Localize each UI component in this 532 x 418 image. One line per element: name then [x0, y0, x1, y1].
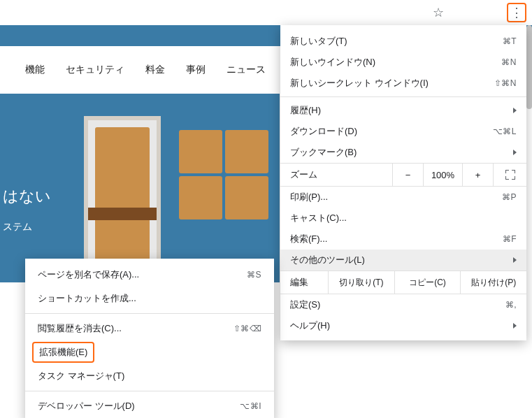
- menu-label: ダウンロード(D): [290, 125, 357, 138]
- nav-item[interactable]: 機能: [25, 64, 45, 76]
- chevron-right-icon: [513, 257, 517, 263]
- chevron-right-icon: [513, 108, 517, 113]
- submenu-item-create-shortcut[interactable]: ショートカットを作成...: [25, 287, 274, 310]
- submenu-item-dev-tools[interactable]: デベロッパー ツール(D) ⌥⌘I: [25, 394, 274, 418]
- menu-item-new-incognito[interactable]: 新しいシークレット ウインドウ(I) ⇧⌘N: [280, 73, 526, 94]
- zoom-value: 100%: [423, 164, 462, 186]
- menu-item-new-tab[interactable]: 新しいタブ(T) ⌘T: [280, 31, 526, 52]
- paste-button[interactable]: 貼り付け(P): [460, 271, 526, 294]
- shortcut-text: ⌘N: [501, 57, 517, 67]
- menu-item-zoom: ズーム − 100% +: [280, 163, 526, 187]
- menu-item-bookmarks[interactable]: ブックマーク(B): [280, 142, 526, 163]
- menu-label: 印刷(P)...: [290, 191, 328, 203]
- cut-button[interactable]: 切り取り(T): [328, 271, 394, 294]
- chevron-right-icon: [513, 323, 517, 329]
- menu-label: 検索(F)...: [290, 233, 327, 245]
- menu-item-help[interactable]: ヘルプ(H): [280, 315, 526, 336]
- zoom-out-button[interactable]: −: [392, 164, 423, 186]
- shortcut-text: ⇧⌘N: [494, 78, 517, 88]
- zoom-label: ズーム: [280, 168, 392, 181]
- menu-separator: [25, 313, 274, 314]
- menu-item-history[interactable]: 履歴(H): [280, 100, 526, 121]
- nav-item[interactable]: 事例: [186, 64, 206, 76]
- shortcut-text: ⌥⌘I: [240, 401, 261, 411]
- shortcut-text: ⌘,: [505, 300, 517, 310]
- shortcut-text: ⌘S: [247, 270, 261, 280]
- menu-separator: [280, 96, 526, 97]
- menu-label: 拡張機能(E): [39, 347, 87, 357]
- submenu-item-extensions[interactable]: 拡張機能(E): [25, 340, 274, 364]
- edit-label: 編集: [280, 271, 328, 294]
- zoom-in-button[interactable]: +: [462, 164, 493, 186]
- menu-item-find[interactable]: 検索(F)... ⌘F: [280, 229, 526, 250]
- menu-label: 新しいウインドウ(N): [290, 56, 375, 69]
- cabinet-image: [179, 130, 222, 173]
- menu-label: ページを別名で保存(A)...: [38, 268, 139, 281]
- extensions-highlight: 拡張機能(E): [32, 342, 94, 363]
- shortcut-text: ⌘P: [502, 192, 517, 202]
- menu-label: 新しいシークレット ウインドウ(I): [290, 77, 429, 89]
- menu-label: ヘルプ(H): [290, 319, 330, 332]
- chevron-right-icon: [513, 150, 517, 155]
- menu-label: 設定(S): [290, 298, 320, 311]
- more-tools-submenu: ページを別名で保存(A)... ⌘S ショートカットを作成... 閲覧履歴を消去…: [25, 259, 274, 418]
- shortcut-text: ⌘T: [503, 36, 517, 46]
- shortcut-text: ⌘F: [503, 234, 517, 244]
- menu-label: 新しいタブ(T): [290, 35, 347, 48]
- hero-subtitle: ステム: [3, 221, 32, 233]
- page-scrollbar[interactable]: [526, 25, 532, 109]
- menu-item-settings[interactable]: 設定(S) ⌘,: [280, 294, 526, 315]
- menu-item-print[interactable]: 印刷(P)... ⌘P: [280, 187, 526, 208]
- menu-label: ブックマーク(B): [290, 146, 357, 159]
- cabinet-image: [225, 176, 268, 219]
- submenu-item-task-manager[interactable]: タスク マネージャ(T): [25, 364, 274, 388]
- fullscreen-icon: [505, 170, 515, 180]
- cabinet-image: [225, 130, 268, 173]
- menu-item-downloads[interactable]: ダウンロード(D) ⌥⌘L: [280, 121, 526, 142]
- fullscreen-button[interactable]: [493, 164, 526, 186]
- menu-label: デベロッパー ツール(D): [38, 400, 135, 412]
- nav-item[interactable]: 料金: [145, 64, 165, 76]
- menu-item-new-window[interactable]: 新しいウインドウ(N) ⌘N: [280, 52, 526, 73]
- menu-label: キャスト(C)...: [290, 212, 347, 224]
- copy-button[interactable]: コピー(C): [394, 271, 461, 294]
- shortcut-text: ⇧⌘⌫: [233, 324, 262, 333]
- cabinet-image: [179, 176, 222, 219]
- submenu-item-save-as[interactable]: ページを別名で保存(A)... ⌘S: [25, 263, 274, 287]
- menu-item-edit: 編集 切り取り(T) コピー(C) 貼り付け(P): [280, 271, 526, 294]
- main-menu: 新しいタブ(T) ⌘T 新しいウインドウ(N) ⌘N 新しいシークレット ウイン…: [280, 25, 526, 340]
- submenu-item-clear-browsing[interactable]: 閲覧履歴を消去(C)... ⇧⌘⌫: [25, 317, 274, 340]
- browser-toolbar: ☆ ⋮: [0, 0, 532, 25]
- menu-label: その他のツール(L): [290, 254, 365, 266]
- nav-item[interactable]: セキュリティ: [66, 64, 124, 76]
- shortcut-text: ⌥⌘L: [493, 127, 517, 136]
- bookmark-star-icon[interactable]: ☆: [433, 5, 493, 20]
- menu-button[interactable]: ⋮: [507, 3, 526, 22]
- menu-label: 履歴(H): [290, 104, 321, 117]
- menu-label: ショートカットを作成...: [38, 292, 136, 305]
- nav-item[interactable]: ニュース: [227, 64, 266, 76]
- hero-title: はない: [3, 186, 51, 207]
- menu-label: 閲覧履歴を消去(C)...: [38, 322, 122, 335]
- menu-item-cast[interactable]: キャスト(C)...: [280, 208, 526, 229]
- menu-item-more-tools[interactable]: その他のツール(L): [280, 250, 526, 271]
- menu-label: タスク マネージャ(T): [38, 370, 124, 382]
- menu-separator: [25, 391, 274, 391]
